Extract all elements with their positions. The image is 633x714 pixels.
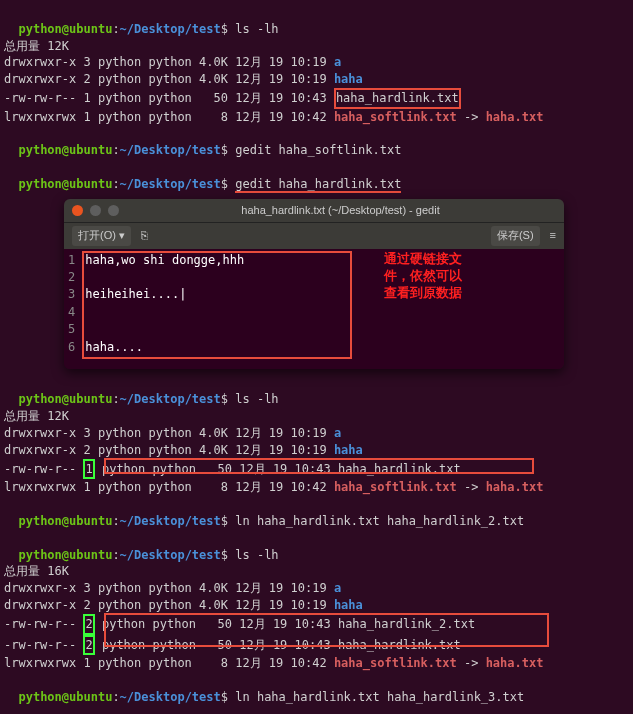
ls-row: lrwxrwxrwx 1 python python 8 12月 19 10:4… [4, 479, 629, 496]
window-controls [72, 205, 119, 216]
editor-line: haha,wo shi dongge,hhh [85, 252, 560, 269]
symlink-target: haha.txt [486, 110, 544, 124]
editor-content[interactable]: haha,wo shi dongge,hhh heiheihei....| ha… [81, 249, 564, 369]
command-text-highlighted: gedit haha_hardlink.txt [235, 177, 401, 193]
command-text: ls -lh [235, 392, 278, 406]
gedit-titlebar[interactable]: haha_hardlink.txt (~/Desktop/test) - ged… [64, 199, 564, 222]
editor-line: heiheihei....| [85, 286, 560, 303]
save-button[interactable]: 保存(S) [491, 226, 540, 245]
command-text: ln haha_hardlink.txt haha_hardlink_3.txt [235, 690, 524, 704]
highlight-hardlink-file: haha_hardlink.txt [334, 88, 461, 109]
linkcount-highlight: 1 [83, 459, 94, 480]
prompt-line[interactable]: python@ubuntu:~/Desktop/test$ gedit haha… [4, 159, 629, 193]
total-line: 总用量 12K [4, 408, 629, 425]
dir-name: haha [334, 72, 363, 86]
ls-row: drwxrwxr-x 3 python python 4.0K 12月 19 1… [4, 425, 629, 442]
window-title: haha_hardlink.txt (~/Desktop/test) - ged… [125, 203, 556, 218]
total-line: 总用量 16K [4, 563, 629, 580]
ls-row: drwxrwxr-x 3 python python 4.0K 12月 19 1… [4, 580, 629, 597]
ls-row: drwxrwxr-x 2 python python 4.0K 12月 19 1… [4, 597, 629, 614]
ls-row: drwxrwxr-x 2 python python 4.0K 12月 19 1… [4, 442, 629, 459]
maximize-icon[interactable] [108, 205, 119, 216]
prompt-line[interactable]: python@ubuntu:~/Desktop/test$ ls -lh [4, 530, 629, 564]
editor-line [85, 269, 560, 286]
linkcount-highlight: 2 [83, 614, 94, 635]
ls-row: drwxrwxr-x 3 python python 4.0K 12月 19 1… [4, 54, 629, 71]
total-line: 总用量 12K [4, 38, 629, 55]
line-number-gutter: 1 2 3 4 5 6 [64, 249, 81, 369]
ls-row: -rw-rw-r-- 2 python python 50 12月 19 10:… [4, 635, 629, 656]
editor-line: haha.... [85, 339, 560, 356]
linkcount-highlight: 2 [83, 635, 94, 656]
prompt-user: python@ubuntu [18, 22, 112, 36]
gedit-editor[interactable]: 1 2 3 4 5 6 haha,wo shi dongge,hhh heihe… [64, 249, 564, 369]
command-text: ls -lh [235, 22, 278, 36]
prompt-line[interactable]: python@ubuntu:~/Desktop/test$ gedit haha… [4, 126, 629, 160]
minimize-icon[interactable] [90, 205, 101, 216]
symlink-name: haha_softlink.txt [334, 110, 457, 124]
prompt-path: ~/Desktop/test [120, 22, 221, 36]
editor-line [85, 304, 560, 321]
prompt-line[interactable]: python@ubuntu:~/Desktop/test$ ls -lh [4, 706, 629, 714]
command-text: gedit haha_softlink.txt [235, 143, 401, 157]
ls-row: lrwxrwxrwx 1 python python 8 12月 19 10:4… [4, 655, 629, 672]
dir-name: a [334, 55, 341, 69]
gedit-toolbar: 打开(O) ▾ ⎘ 保存(S) ≡ [64, 222, 564, 248]
prompt-line[interactable]: python@ubuntu:~/Desktop/test$ ls -lh [4, 4, 629, 38]
hamburger-icon[interactable]: ≡ [550, 228, 556, 243]
annotation-callout: 通过硬链接文 件，依然可以 查看到原数据 [384, 251, 462, 302]
ls-row: drwxrwxr-x 2 python python 4.0K 12月 19 1… [4, 71, 629, 88]
open-button[interactable]: 打开(O) ▾ [72, 226, 131, 245]
gedit-window: haha_hardlink.txt (~/Desktop/test) - ged… [64, 199, 564, 369]
ls-row: -rw-rw-r-- 1 python python 50 12月 19 10:… [4, 459, 629, 480]
ls-row: -rw-rw-r-- 2 python python 50 12月 19 10:… [4, 614, 629, 635]
command-text: ls -lh [235, 548, 278, 562]
ls-row: -rw-rw-r-- 1 python python 50 12月 19 10:… [4, 88, 629, 109]
prompt-line[interactable]: python@ubuntu:~/Desktop/test$ ls -lh [4, 375, 629, 409]
new-document-icon[interactable]: ⎘ [141, 228, 148, 243]
prompt-line[interactable]: python@ubuntu:~/Desktop/test$ ln haha_ha… [4, 672, 629, 706]
command-text: ln haha_hardlink.txt haha_hardlink_2.txt [235, 514, 524, 528]
chevron-down-icon: ▾ [119, 229, 125, 241]
close-icon[interactable] [72, 205, 83, 216]
editor-line [85, 321, 560, 338]
ls-row: lrwxrwxrwx 1 python python 8 12月 19 10:4… [4, 109, 629, 126]
prompt-line[interactable]: python@ubuntu:~/Desktop/test$ ln haha_ha… [4, 496, 629, 530]
